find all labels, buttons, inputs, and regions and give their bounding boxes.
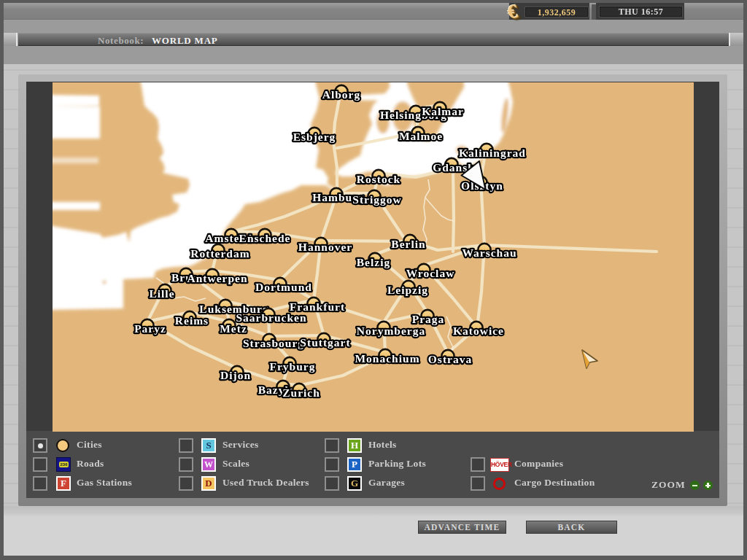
svg-text:Rostock: Rostock (357, 173, 400, 185)
svg-text:Dijon: Dijon (220, 369, 251, 381)
svg-text:Monachium: Monachium (355, 352, 419, 365)
svg-text:Dortmund: Dortmund (255, 281, 312, 293)
svg-text:Zurich: Zurich (282, 386, 320, 399)
svg-text:Wroclaw: Wroclaw (406, 267, 455, 279)
svg-text:Reims: Reims (175, 314, 209, 327)
svg-text:Antwerpen: Antwerpen (187, 272, 247, 284)
svg-text:Striggow: Striggow (352, 193, 401, 206)
svg-text:Warschau: Warschau (462, 246, 516, 259)
svg-text:Berlin: Berlin (391, 238, 425, 250)
svg-text:Katowice: Katowice (453, 324, 504, 337)
svg-text:Paryz: Paryz (134, 322, 166, 335)
svg-text:Fryburg: Fryburg (270, 360, 316, 373)
svg-text:Kalmar: Kalmar (422, 105, 464, 117)
svg-text:Norymberga: Norymberga (357, 324, 425, 337)
svg-text:Esbjerg: Esbjerg (293, 131, 336, 143)
svg-text:Lille: Lille (149, 287, 174, 300)
svg-text:Malmoe: Malmoe (399, 130, 443, 142)
svg-text:Metz: Metz (220, 322, 247, 335)
svg-text:Praga: Praga (412, 313, 445, 325)
svg-text:Belzig: Belzig (357, 256, 390, 268)
svg-text:Rotterdam: Rotterdam (190, 247, 249, 260)
svg-text:Hannover: Hannover (298, 241, 352, 253)
svg-text:Stuttgart: Stuttgart (300, 336, 350, 349)
svg-text:Ostrava: Ostrava (428, 353, 472, 365)
svg-text:Enschede: Enschede (239, 232, 291, 244)
svg-text:Strasbourg: Strasbourg (243, 337, 304, 349)
svg-text:Alborg: Alborg (322, 88, 361, 101)
svg-text:Kaliningrad: Kaliningrad (459, 147, 526, 159)
svg-text:Leipzig: Leipzig (387, 284, 428, 296)
